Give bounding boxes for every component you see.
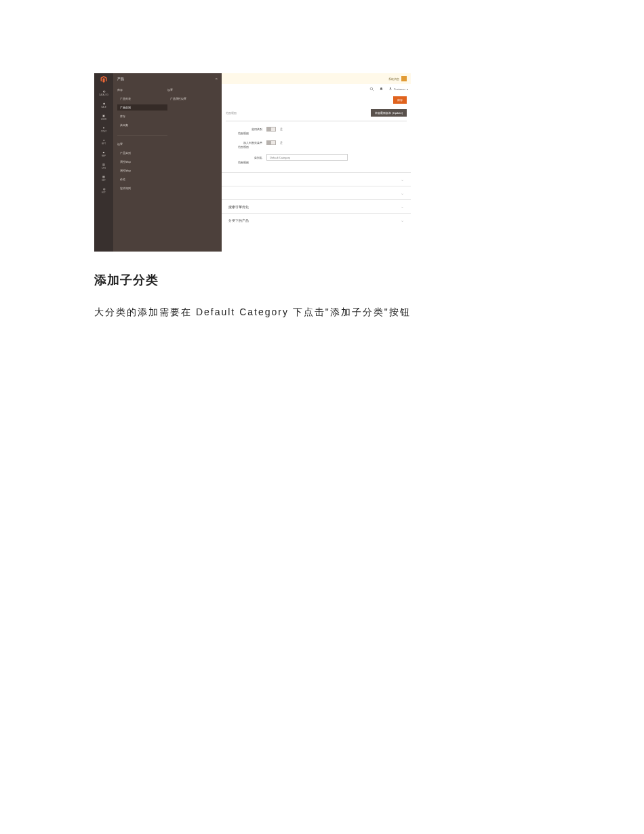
rail-item-system[interactable]: ◍EXT [98, 186, 110, 194]
flyout-item-attrset[interactable]: 类目集 [117, 122, 167, 128]
system-message-bar: 系统消息 [222, 73, 411, 84]
flyout-item-g2-0[interactable]: 产品类别 [117, 150, 167, 156]
chevron-down-icon: ▾ [407, 87, 408, 91]
accordion-row-products[interactable]: 分类下的产品 ⌄ [222, 213, 411, 226]
chevron-down-icon: ⌄ [401, 204, 404, 209]
chart-icon: ▥ [101, 161, 106, 167]
content-area: 系统消息 Customer ▾ 保存 范围视图 [222, 73, 411, 252]
warning-badge-icon [401, 76, 407, 81]
store-icon: ▦ [101, 174, 106, 179]
megaphone-icon: ◂ [101, 137, 106, 142]
catalog-flyout: 产品 × 库存 产品列表 产品类别 库存 类目集 设置 产品类别 属性Map 属… [113, 73, 222, 252]
enable-category-scope: 范围视图 [238, 132, 404, 135]
accordion-row-display[interactable]: ⌄ [222, 186, 411, 199]
rail-item-sales[interactable]: ◆SALE [98, 100, 110, 108]
flyout-item-products[interactable]: 产品列表 [117, 96, 167, 102]
rail-item-customers[interactable]: ▼CONT [98, 125, 110, 133]
page-icon: ■ [101, 149, 106, 155]
svg-point-0 [370, 87, 373, 90]
include-in-menu-value: 是 [280, 141, 283, 144]
include-in-menu-label: 加入到首页菜单 [238, 141, 262, 144]
bell-icon[interactable] [379, 86, 384, 92]
category-name-input[interactable]: Default Category [266, 154, 348, 161]
include-in-menu-scope: 范围视图 [238, 145, 404, 148]
box-icon: ▣ [101, 113, 106, 118]
admin-rail: ◐CATALOG ◆SALE ▣USER ▼CONT ◂RPT ■REP ▥CF… [94, 73, 113, 252]
flyout-item-attrsettings[interactable]: 产品属性设置 [167, 96, 218, 102]
rail-item-catalog[interactable]: ▣USER [98, 113, 110, 121]
rail-item-reports[interactable]: ▥CFG [98, 161, 110, 170]
flyout-section-settings2: 设置 [117, 142, 167, 146]
chevron-down-icon: ⌄ [401, 218, 404, 222]
close-icon[interactable]: × [215, 77, 218, 81]
scope-label: 范围视图 [226, 111, 237, 115]
flyout-item-stock[interactable]: 库存 [117, 113, 167, 119]
rail-item-dashboard[interactable]: ◐CATALOG [98, 88, 110, 96]
user-icon [388, 87, 393, 91]
enable-category-toggle[interactable] [266, 127, 276, 132]
search-icon[interactable] [369, 86, 375, 92]
accordion-row-content[interactable]: ⌄ [222, 172, 411, 186]
flyout-title: 产品 [117, 77, 124, 81]
gear-icon: ◍ [101, 186, 106, 191]
include-in-menu-toggle[interactable] [266, 140, 276, 145]
magento-logo-icon [99, 75, 108, 84]
admin-user-menu[interactable]: Customer ▾ [388, 87, 408, 91]
chevron-down-icon: ⌄ [401, 191, 404, 195]
admin-screenshot: ◐CATALOG ◆SALE ▣USER ▼CONT ◂RPT ■REP ▥CF… [94, 73, 411, 252]
flyout-item-g2-1[interactable]: 属性Map [117, 159, 167, 165]
tag-icon: ◆ [101, 100, 106, 106]
rail-item-content[interactable]: ■REP [98, 149, 110, 157]
admin-toolbar: Customer ▾ [222, 84, 411, 94]
category-name-label: 类别名 [238, 156, 262, 159]
flyout-section-inventory: 库存 [117, 88, 167, 92]
category-form: 启用类别 是 范围视图 加入到首页菜单 是 范围视图 [222, 123, 411, 168]
chevron-down-icon: ⌄ [401, 177, 404, 182]
category-name-scope: 范围视图 [238, 161, 404, 164]
enable-category-label: 启用类别 [238, 127, 262, 131]
svg-line-1 [373, 90, 374, 91]
enable-category-value: 是 [280, 127, 283, 131]
flyout-item-g2-4[interactable]: 定价规则 [117, 185, 167, 191]
accordion-row-seo[interactable]: 搜索引擎优化 ⌄ [222, 199, 411, 213]
save-button[interactable]: 保存 [393, 96, 407, 104]
flyout-item-g2-2[interactable]: 属性Map [117, 167, 167, 174]
notif-text: 系统消息 [388, 77, 399, 81]
check-updates-button[interactable]: 检查最新版本 (Update) [371, 109, 407, 117]
svg-point-2 [390, 87, 391, 89]
user-icon: ▼ [101, 125, 106, 130]
rail-item-marketing[interactable]: ◂RPT [98, 137, 110, 145]
rail-item-stores[interactable]: ▦SET [98, 174, 110, 182]
article-paragraph: 大分类的添加需要在 Default Category 下点击"添加子分类"按钮 [94, 304, 550, 319]
category-accordion: ⌄ ⌄ 搜索引擎优化 ⌄ 分类下的产品 ⌄ [222, 172, 411, 226]
flyout-section-settings: 设置 [167, 88, 218, 92]
article-heading: 添加子分类 [94, 272, 550, 288]
flyout-item-categories[interactable]: 产品类别 [117, 104, 167, 111]
gauge-icon: ◐ [101, 88, 106, 94]
flyout-item-g2-3[interactable]: 价格 [117, 176, 167, 182]
